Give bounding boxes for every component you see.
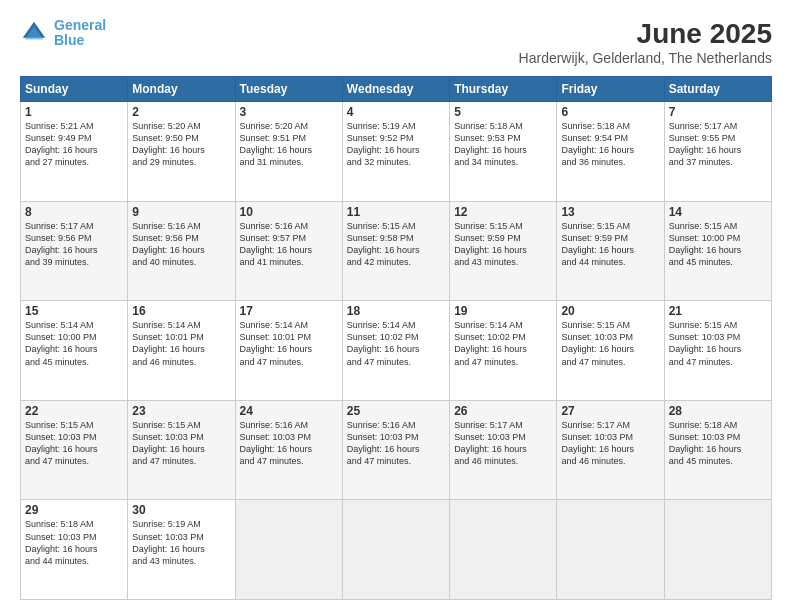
day-number: 24: [240, 404, 338, 418]
day-info: Sunrise: 5:14 AM Sunset: 10:01 PM Daylig…: [132, 319, 230, 368]
day-info: Sunrise: 5:15 AM Sunset: 10:03 PM Daylig…: [25, 419, 123, 468]
day-number: 30: [132, 503, 230, 517]
logo: General Blue: [20, 18, 106, 49]
calendar-week-row: 8Sunrise: 5:17 AM Sunset: 9:56 PM Daylig…: [21, 201, 772, 301]
day-number: 17: [240, 304, 338, 318]
calendar-cell: 11Sunrise: 5:15 AM Sunset: 9:58 PM Dayli…: [342, 201, 449, 301]
day-info: Sunrise: 5:17 AM Sunset: 9:56 PM Dayligh…: [25, 220, 123, 269]
day-info: Sunrise: 5:16 AM Sunset: 9:57 PM Dayligh…: [240, 220, 338, 269]
day-info: Sunrise: 5:18 AM Sunset: 10:03 PM Daylig…: [669, 419, 767, 468]
weekday-header: Saturday: [664, 77, 771, 102]
calendar-cell: 21Sunrise: 5:15 AM Sunset: 10:03 PM Dayl…: [664, 301, 771, 401]
weekday-header: Wednesday: [342, 77, 449, 102]
calendar-cell: 29Sunrise: 5:18 AM Sunset: 10:03 PM Dayl…: [21, 500, 128, 600]
day-number: 29: [25, 503, 123, 517]
day-number: 19: [454, 304, 552, 318]
calendar-cell: 10Sunrise: 5:16 AM Sunset: 9:57 PM Dayli…: [235, 201, 342, 301]
day-number: 4: [347, 105, 445, 119]
day-number: 16: [132, 304, 230, 318]
calendar-cell: 4Sunrise: 5:19 AM Sunset: 9:52 PM Daylig…: [342, 102, 449, 202]
calendar-cell: 19Sunrise: 5:14 AM Sunset: 10:02 PM Dayl…: [450, 301, 557, 401]
day-info: Sunrise: 5:19 AM Sunset: 10:03 PM Daylig…: [132, 518, 230, 567]
calendar-cell: 7Sunrise: 5:17 AM Sunset: 9:55 PM Daylig…: [664, 102, 771, 202]
day-info: Sunrise: 5:14 AM Sunset: 10:02 PM Daylig…: [454, 319, 552, 368]
day-info: Sunrise: 5:18 AM Sunset: 10:03 PM Daylig…: [25, 518, 123, 567]
day-info: Sunrise: 5:20 AM Sunset: 9:50 PM Dayligh…: [132, 120, 230, 169]
calendar-cell: [450, 500, 557, 600]
day-info: Sunrise: 5:15 AM Sunset: 9:59 PM Dayligh…: [454, 220, 552, 269]
day-number: 6: [561, 105, 659, 119]
header: General Blue June 2025 Harderwijk, Gelde…: [20, 18, 772, 66]
calendar-week-row: 29Sunrise: 5:18 AM Sunset: 10:03 PM Dayl…: [21, 500, 772, 600]
day-info: Sunrise: 5:21 AM Sunset: 9:49 PM Dayligh…: [25, 120, 123, 169]
weekday-header: Friday: [557, 77, 664, 102]
header-row: SundayMondayTuesdayWednesdayThursdayFrid…: [21, 77, 772, 102]
calendar-cell: [235, 500, 342, 600]
day-number: 3: [240, 105, 338, 119]
logo-general: General: [54, 17, 106, 33]
day-info: Sunrise: 5:15 AM Sunset: 10:03 PM Daylig…: [132, 419, 230, 468]
day-info: Sunrise: 5:16 AM Sunset: 10:03 PM Daylig…: [347, 419, 445, 468]
day-number: 1: [25, 105, 123, 119]
calendar-cell: 13Sunrise: 5:15 AM Sunset: 9:59 PM Dayli…: [557, 201, 664, 301]
day-number: 22: [25, 404, 123, 418]
calendar-cell: [342, 500, 449, 600]
calendar-cell: 25Sunrise: 5:16 AM Sunset: 10:03 PM Dayl…: [342, 400, 449, 500]
day-number: 21: [669, 304, 767, 318]
day-info: Sunrise: 5:15 AM Sunset: 10:03 PM Daylig…: [669, 319, 767, 368]
day-info: Sunrise: 5:18 AM Sunset: 9:53 PM Dayligh…: [454, 120, 552, 169]
calendar-cell: 20Sunrise: 5:15 AM Sunset: 10:03 PM Dayl…: [557, 301, 664, 401]
day-number: 14: [669, 205, 767, 219]
calendar-week-row: 22Sunrise: 5:15 AM Sunset: 10:03 PM Dayl…: [21, 400, 772, 500]
calendar-cell: 28Sunrise: 5:18 AM Sunset: 10:03 PM Dayl…: [664, 400, 771, 500]
weekday-header: Sunday: [21, 77, 128, 102]
calendar-cell: 24Sunrise: 5:16 AM Sunset: 10:03 PM Dayl…: [235, 400, 342, 500]
subtitle: Harderwijk, Gelderland, The Netherlands: [519, 50, 772, 66]
weekday-header: Monday: [128, 77, 235, 102]
weekday-header: Thursday: [450, 77, 557, 102]
calendar-cell: 18Sunrise: 5:14 AM Sunset: 10:02 PM Dayl…: [342, 301, 449, 401]
day-number: 13: [561, 205, 659, 219]
day-info: Sunrise: 5:15 AM Sunset: 9:59 PM Dayligh…: [561, 220, 659, 269]
title-block: June 2025 Harderwijk, Gelderland, The Ne…: [519, 18, 772, 66]
calendar-cell: 5Sunrise: 5:18 AM Sunset: 9:53 PM Daylig…: [450, 102, 557, 202]
main-title: June 2025: [519, 18, 772, 50]
calendar-cell: 16Sunrise: 5:14 AM Sunset: 10:01 PM Dayl…: [128, 301, 235, 401]
calendar-cell: 3Sunrise: 5:20 AM Sunset: 9:51 PM Daylig…: [235, 102, 342, 202]
day-number: 27: [561, 404, 659, 418]
day-number: 26: [454, 404, 552, 418]
day-number: 5: [454, 105, 552, 119]
calendar-cell: 12Sunrise: 5:15 AM Sunset: 9:59 PM Dayli…: [450, 201, 557, 301]
day-info: Sunrise: 5:15 AM Sunset: 10:00 PM Daylig…: [669, 220, 767, 269]
day-number: 7: [669, 105, 767, 119]
calendar-table: SundayMondayTuesdayWednesdayThursdayFrid…: [20, 76, 772, 600]
calendar-cell: 1Sunrise: 5:21 AM Sunset: 9:49 PM Daylig…: [21, 102, 128, 202]
day-info: Sunrise: 5:14 AM Sunset: 10:01 PM Daylig…: [240, 319, 338, 368]
day-number: 9: [132, 205, 230, 219]
day-number: 2: [132, 105, 230, 119]
day-info: Sunrise: 5:16 AM Sunset: 10:03 PM Daylig…: [240, 419, 338, 468]
calendar-cell: 9Sunrise: 5:16 AM Sunset: 9:56 PM Daylig…: [128, 201, 235, 301]
calendar-week-row: 15Sunrise: 5:14 AM Sunset: 10:00 PM Dayl…: [21, 301, 772, 401]
logo-text: General Blue: [54, 18, 106, 49]
calendar-cell: [557, 500, 664, 600]
day-info: Sunrise: 5:16 AM Sunset: 9:56 PM Dayligh…: [132, 220, 230, 269]
calendar-week-row: 1Sunrise: 5:21 AM Sunset: 9:49 PM Daylig…: [21, 102, 772, 202]
day-number: 25: [347, 404, 445, 418]
day-info: Sunrise: 5:17 AM Sunset: 10:03 PM Daylig…: [561, 419, 659, 468]
calendar-cell: 23Sunrise: 5:15 AM Sunset: 10:03 PM Dayl…: [128, 400, 235, 500]
calendar-cell: 14Sunrise: 5:15 AM Sunset: 10:00 PM Dayl…: [664, 201, 771, 301]
day-info: Sunrise: 5:17 AM Sunset: 10:03 PM Daylig…: [454, 419, 552, 468]
day-number: 10: [240, 205, 338, 219]
calendar-cell: 27Sunrise: 5:17 AM Sunset: 10:03 PM Dayl…: [557, 400, 664, 500]
calendar-cell: 30Sunrise: 5:19 AM Sunset: 10:03 PM Dayl…: [128, 500, 235, 600]
day-number: 11: [347, 205, 445, 219]
logo-blue: Blue: [54, 32, 84, 48]
calendar-cell: 26Sunrise: 5:17 AM Sunset: 10:03 PM Dayl…: [450, 400, 557, 500]
day-info: Sunrise: 5:14 AM Sunset: 10:00 PM Daylig…: [25, 319, 123, 368]
day-info: Sunrise: 5:17 AM Sunset: 9:55 PM Dayligh…: [669, 120, 767, 169]
calendar-cell: 6Sunrise: 5:18 AM Sunset: 9:54 PM Daylig…: [557, 102, 664, 202]
calendar-cell: 22Sunrise: 5:15 AM Sunset: 10:03 PM Dayl…: [21, 400, 128, 500]
day-info: Sunrise: 5:14 AM Sunset: 10:02 PM Daylig…: [347, 319, 445, 368]
calendar-cell: 17Sunrise: 5:14 AM Sunset: 10:01 PM Dayl…: [235, 301, 342, 401]
